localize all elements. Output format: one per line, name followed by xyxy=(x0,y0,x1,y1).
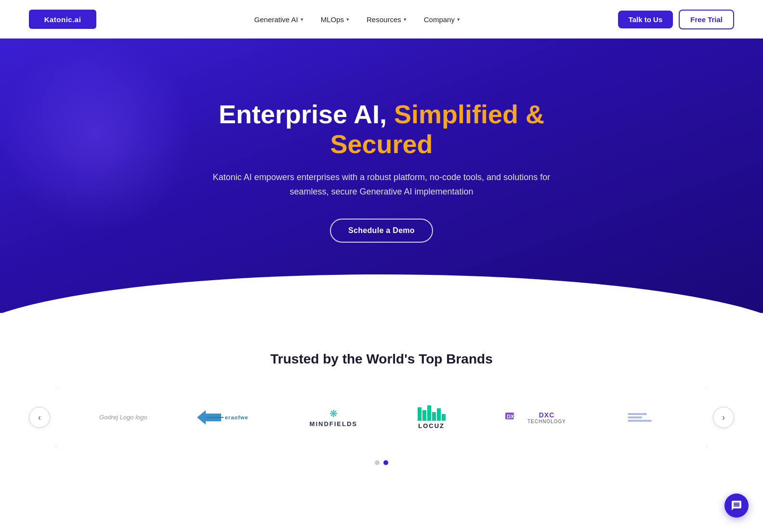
brand-carousel: ‹ Godrej Logo logo xyxy=(29,386,734,449)
background-circle-image xyxy=(0,39,193,231)
nav-label-generative-ai: Generative AI xyxy=(254,15,298,24)
locuz-bar-2 xyxy=(422,410,426,421)
carousel-dots xyxy=(29,460,734,465)
hero-title: Enterprise AI, Simplified & Secured xyxy=(194,99,569,159)
mindfields-text: MINDFIELDS xyxy=(310,420,357,428)
carousel-track: Godrej Logo logo eraofwe xyxy=(55,386,708,449)
carousel-dot-1[interactable] xyxy=(375,460,380,465)
locuz-bar-1 xyxy=(418,407,421,421)
trusted-title: Trusted by the World's Top Brands xyxy=(29,351,734,367)
extra-bars xyxy=(628,413,652,422)
carousel-dot-2[interactable] xyxy=(383,460,388,465)
schedule-demo-button[interactable]: Schedule a Demo xyxy=(330,219,433,243)
nav-item-mlops[interactable]: MLOps ▾ xyxy=(321,15,349,24)
hero-section: Enterprise AI, Simplified & Secured Kato… xyxy=(0,39,763,313)
chevron-down-icon: ▾ xyxy=(346,16,349,23)
nav-label-company: Company xyxy=(424,15,455,24)
nav-item-company[interactable]: Company ▾ xyxy=(424,15,460,24)
hero-content: Enterprise AI, Simplified & Secured Kato… xyxy=(184,70,579,243)
locuz-bar-3 xyxy=(427,405,431,421)
locuz-bars xyxy=(418,405,446,421)
locuz-bar-6 xyxy=(442,414,446,421)
site-logo[interactable]: Katonic.ai xyxy=(29,10,96,29)
brand-logo-godrej: Godrej Logo logo xyxy=(99,408,147,427)
talk-to-us-button[interactable]: Talk to Us xyxy=(618,11,673,28)
nav-label-mlops: MLOps xyxy=(321,15,344,24)
logo-area: Katonic.ai xyxy=(29,10,96,29)
nav-item-resources[interactable]: Resources ▾ xyxy=(367,15,407,24)
hero-title-plain: Enterprise AI, xyxy=(219,100,387,129)
carousel-card: Godrej Logo logo eraofwe xyxy=(55,386,708,449)
chevron-down-icon: ▾ xyxy=(457,16,460,23)
extra-bar-1 xyxy=(628,413,647,415)
brand-logo-mindfields: ❋ MINDFIELDS xyxy=(309,408,357,428)
svg-text:DX: DX xyxy=(507,414,514,419)
chevron-down-icon: ▾ xyxy=(301,16,303,23)
brand-logo-extra xyxy=(616,413,664,422)
navbar: Katonic.ai Generative AI ▾ MLOps ▾ Resou… xyxy=(0,0,763,39)
mindfields-icon: ❋ xyxy=(329,408,338,419)
navbar-actions: Talk to Us Free Trial xyxy=(618,10,734,29)
locuz-text: LOCUZ xyxy=(418,422,445,429)
free-trial-button[interactable]: Free Trial xyxy=(679,10,734,29)
eraofwe-logo-svg: eraofwe xyxy=(197,408,260,427)
brand-logo-eraofwe: eraofwe xyxy=(197,408,260,427)
svg-text:eraofwe: eraofwe xyxy=(225,415,249,420)
carousel-next-button[interactable]: › xyxy=(713,407,734,428)
chevron-down-icon: ▾ xyxy=(404,16,407,23)
nav-item-generative-ai[interactable]: Generative AI ▾ xyxy=(254,15,303,24)
extra-bar-3 xyxy=(628,420,652,422)
brand-logo-dxc: DX DXC TECHNOLOGY xyxy=(505,410,566,425)
carousel-prev-button[interactable]: ‹ xyxy=(29,407,50,428)
brand-logo-locuz: LOCUZ xyxy=(408,405,456,429)
dxc-icon-svg: DX xyxy=(505,410,525,425)
chevron-right-icon: › xyxy=(722,413,725,423)
chevron-left-icon: ‹ xyxy=(38,413,41,423)
dxc-sub: TECHNOLOGY xyxy=(527,419,566,424)
logo-text: Katonic.ai xyxy=(44,15,81,24)
locuz-bar-4 xyxy=(432,412,436,421)
extra-bar-2 xyxy=(628,416,642,418)
godrej-logo-svg: Godrej Logo logo xyxy=(99,409,147,426)
locuz-bar-5 xyxy=(437,408,441,421)
nav-label-resources: Resources xyxy=(367,15,401,24)
dxc-text: DXC xyxy=(527,411,566,419)
hero-subtitle: Katonic AI empowers enterprises with a r… xyxy=(194,170,569,199)
trusted-section: Trusted by the World's Top Brands ‹ Godr… xyxy=(0,313,763,494)
svg-text:Godrej Logo logo: Godrej Logo logo xyxy=(99,414,147,421)
main-nav: Generative AI ▾ MLOps ▾ Resources ▾ Comp… xyxy=(254,15,460,24)
